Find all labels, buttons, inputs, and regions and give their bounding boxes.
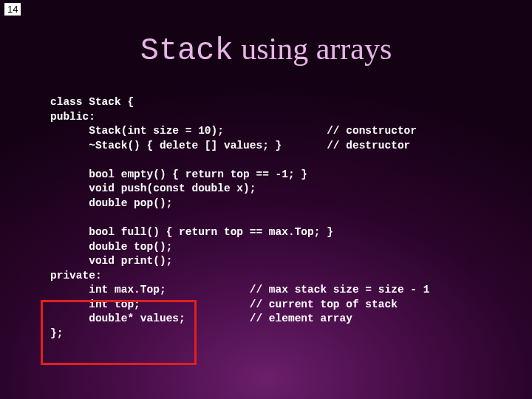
code-line: void print(); bbox=[50, 255, 172, 267]
code-line: private: bbox=[50, 270, 102, 282]
code-line: ~Stack() { delete [] values; } // destru… bbox=[50, 140, 410, 151]
code-line: void push(const double x); bbox=[50, 183, 256, 194]
code-line: int top; // current top of stack bbox=[50, 299, 398, 310]
code-line: bool full() { return top == max.Top; } bbox=[50, 226, 333, 238]
title-rest: using arrays bbox=[233, 32, 392, 66]
code-line: int max.Top; // max stack size = size - … bbox=[50, 284, 429, 296]
code-line: class Stack { bbox=[50, 96, 134, 108]
title-mono: Stack bbox=[140, 33, 233, 69]
code-line: }; bbox=[50, 327, 63, 339]
code-line: bool empty() { return top == -1; } bbox=[50, 168, 307, 180]
code-line: double top(); bbox=[50, 241, 172, 253]
page-number: 14 bbox=[4, 3, 21, 16]
code-line: double pop(); bbox=[50, 197, 172, 209]
slide-title: Stack using arrays bbox=[0, 31, 532, 69]
code-line: public: bbox=[50, 111, 95, 123]
code-line: double* values; // element array bbox=[50, 313, 352, 324]
code-line: Stack(int size = 10); // constructor bbox=[50, 125, 417, 137]
code-block: class Stack { public: Stack(int size = 1… bbox=[50, 95, 532, 341]
